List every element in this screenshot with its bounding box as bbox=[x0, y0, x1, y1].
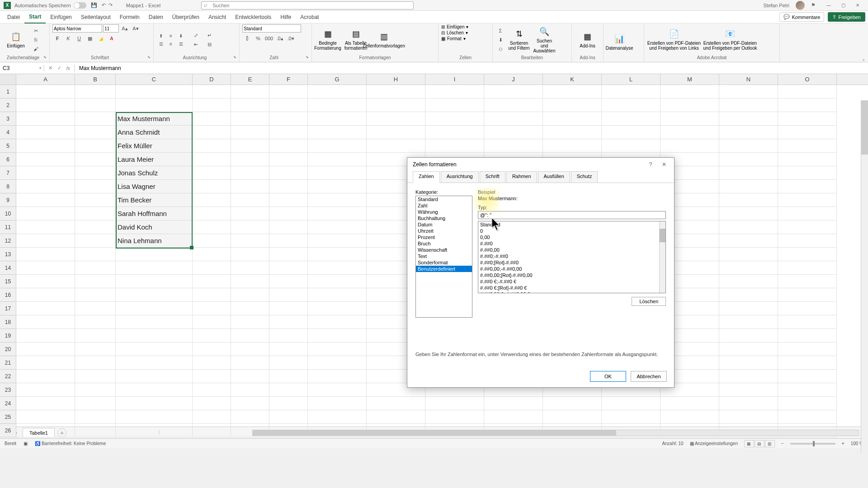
cell-O5[interactable] bbox=[778, 139, 837, 153]
cell-A12[interactable] bbox=[16, 234, 75, 248]
row-header-14[interactable]: 14 bbox=[0, 261, 16, 275]
insert-cells-button[interactable]: ⊞Einfügen ▾ bbox=[441, 24, 468, 29]
cell-E14[interactable] bbox=[231, 261, 269, 275]
cell-A14[interactable] bbox=[16, 261, 75, 275]
cell-B3[interactable] bbox=[75, 112, 116, 126]
format-item[interactable]: Standard bbox=[478, 221, 665, 228]
find-select-button[interactable]: 🔍Suchen und Auswählen bbox=[533, 25, 556, 54]
cell-B22[interactable] bbox=[75, 370, 116, 383]
cell-B11[interactable] bbox=[75, 221, 116, 234]
cell-G11[interactable] bbox=[308, 221, 367, 234]
cell-O22[interactable] bbox=[778, 370, 837, 383]
font-color-icon[interactable]: A bbox=[107, 34, 117, 42]
align-left-icon[interactable]: ☰ bbox=[156, 40, 165, 47]
cell-J5[interactable] bbox=[484, 139, 543, 153]
row-header-8[interactable]: 8 bbox=[0, 180, 16, 193]
cell-K25[interactable] bbox=[543, 410, 602, 424]
cell-F16[interactable] bbox=[269, 288, 308, 302]
cell-N17[interactable] bbox=[719, 302, 778, 315]
cell-N25[interactable] bbox=[719, 410, 778, 424]
row-header-16[interactable]: 16 bbox=[0, 288, 16, 302]
decrease-indent-icon[interactable]: ⇤ bbox=[191, 40, 201, 48]
cell-styles-button[interactable]: ▥Zellenformatvorlagen bbox=[371, 25, 397, 54]
cell-C22[interactable] bbox=[116, 370, 193, 383]
cell-F24[interactable] bbox=[269, 397, 308, 410]
row-header-12[interactable]: 12 bbox=[0, 234, 16, 248]
cell-A7[interactable] bbox=[16, 166, 75, 180]
cell-O8[interactable] bbox=[778, 180, 837, 193]
cell-H2[interactable] bbox=[367, 99, 425, 112]
cell-C20[interactable] bbox=[116, 343, 193, 356]
cell-D26[interactable] bbox=[193, 424, 231, 437]
dialog-tab-ausrichtung[interactable]: Ausrichtung bbox=[441, 171, 479, 183]
format-item[interactable]: #.##0 €;[Rot]-#.##0 € bbox=[478, 285, 665, 291]
row-header-22[interactable]: 22 bbox=[0, 370, 16, 383]
format-cells-button[interactable]: ▦Format ▾ bbox=[441, 36, 466, 41]
cell-A5[interactable] bbox=[16, 139, 75, 153]
enter-formula-icon[interactable]: ✓ bbox=[55, 64, 63, 72]
cell-C7[interactable]: Jonas Schulz bbox=[116, 166, 193, 180]
cell-G9[interactable] bbox=[308, 193, 367, 207]
cell-O4[interactable] bbox=[778, 126, 837, 139]
zoom-slider[interactable] bbox=[790, 443, 835, 445]
cell-E20[interactable] bbox=[231, 343, 269, 356]
cell-B9[interactable] bbox=[75, 193, 116, 207]
cell-I3[interactable] bbox=[425, 112, 484, 126]
ribbon-tab-acrobat[interactable]: Acrobat bbox=[296, 11, 323, 23]
horizontal-scrollbar[interactable] bbox=[252, 430, 859, 436]
bold-icon[interactable]: F bbox=[52, 34, 62, 42]
format-item[interactable]: #.##0,00;[Rot]-#.##0,00 bbox=[478, 272, 665, 278]
sort-filter-button[interactable]: ⇅Sortieren und Filtern bbox=[507, 25, 531, 54]
row-header-20[interactable]: 20 bbox=[0, 343, 16, 356]
col-header-M[interactable]: M bbox=[660, 74, 719, 84]
cell-C24[interactable] bbox=[116, 397, 193, 410]
cell-O6[interactable] bbox=[778, 153, 837, 166]
cell-F17[interactable] bbox=[269, 302, 308, 315]
cell-F18[interactable] bbox=[269, 315, 308, 329]
col-header-F[interactable]: F bbox=[269, 74, 308, 84]
cell-B1[interactable] bbox=[75, 85, 116, 99]
cell-H24[interactable] bbox=[367, 397, 425, 410]
cell-H4[interactable] bbox=[367, 126, 425, 139]
cell-G12[interactable] bbox=[308, 234, 367, 248]
cell-O24[interactable] bbox=[778, 397, 837, 410]
cell-G18[interactable] bbox=[308, 315, 367, 329]
cell-D15[interactable] bbox=[193, 275, 231, 288]
cell-G2[interactable] bbox=[308, 99, 367, 112]
cell-N7[interactable] bbox=[719, 166, 778, 180]
cell-E5[interactable] bbox=[231, 139, 269, 153]
addins-button[interactable]: ▦Add-Ins bbox=[575, 25, 600, 54]
cell-O15[interactable] bbox=[778, 275, 837, 288]
cell-E21[interactable] bbox=[231, 356, 269, 370]
category-item[interactable]: Buchhaltung bbox=[416, 215, 472, 221]
cell-C21[interactable] bbox=[116, 356, 193, 370]
cell-G10[interactable] bbox=[308, 207, 367, 221]
copy-icon[interactable]: ⎘ bbox=[31, 36, 41, 44]
cell-E9[interactable] bbox=[231, 193, 269, 207]
cell-D20[interactable] bbox=[193, 343, 231, 356]
cell-M5[interactable] bbox=[660, 139, 719, 153]
cell-A25[interactable] bbox=[16, 410, 75, 424]
user-avatar[interactable] bbox=[796, 1, 805, 10]
cell-B16[interactable] bbox=[75, 288, 116, 302]
cell-O20[interactable] bbox=[778, 343, 837, 356]
cell-D17[interactable] bbox=[193, 302, 231, 315]
font-name-select[interactable] bbox=[52, 24, 102, 33]
cell-C2[interactable] bbox=[116, 99, 193, 112]
number-format-select[interactable] bbox=[242, 24, 301, 33]
cell-F4[interactable] bbox=[269, 126, 308, 139]
cell-C5[interactable]: Felix Müller bbox=[116, 139, 193, 153]
format-item[interactable]: 0 bbox=[478, 228, 665, 234]
cell-B13[interactable] bbox=[75, 248, 116, 261]
category-item[interactable]: Standard bbox=[416, 196, 472, 202]
cell-D23[interactable] bbox=[193, 383, 231, 397]
cell-N14[interactable] bbox=[719, 261, 778, 275]
cell-M1[interactable] bbox=[660, 85, 719, 99]
cell-L3[interactable] bbox=[602, 112, 660, 126]
cell-C23[interactable] bbox=[116, 383, 193, 397]
cell-M2[interactable] bbox=[660, 99, 719, 112]
row-header-15[interactable]: 15 bbox=[0, 275, 16, 288]
format-list-scrollbar[interactable] bbox=[659, 221, 665, 293]
format-item[interactable]: #.##0 bbox=[478, 240, 665, 247]
cell-L5[interactable] bbox=[602, 139, 660, 153]
